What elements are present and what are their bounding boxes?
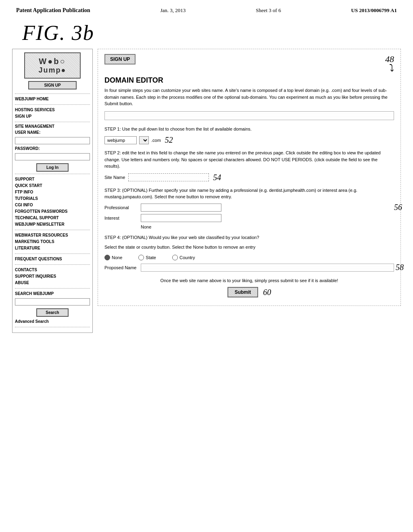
sidebar-item-abuse[interactable]: ABUSE — [15, 280, 90, 286]
fig-label: FIG. 3b — [0, 17, 413, 49]
professional-input[interactable] — [141, 204, 221, 212]
sidebar-item-frequent-questions[interactable]: FREQUENT QUESTIONS — [15, 256, 90, 262]
site-name-label: Site Name — [104, 175, 125, 180]
divider-2 — [15, 104, 90, 105]
log-in-button[interactable]: Log In — [36, 163, 69, 172]
site-name-row: Site Name 54 — [104, 173, 394, 182]
radio-state[interactable]: State — [138, 255, 156, 260]
arrow-48: ⤵ — [385, 64, 394, 72]
sidebar-item-sign-up[interactable]: SIGN UP — [15, 113, 90, 120]
username-input[interactable] — [15, 137, 90, 144]
step3-interest-row: Interest — [104, 214, 394, 222]
radio-country-label: Country — [179, 255, 195, 260]
sidebar-item-forgotten-passwords[interactable]: FORGOTTEN PASSWORDS — [15, 208, 90, 215]
sidebar-item-literature[interactable]: LITERATURE — [15, 245, 90, 251]
divider-4 — [15, 174, 90, 174]
domain-editor-title: DOMAIN EDITOR — [104, 76, 394, 85]
proposed-name-row: Proposed Name 58 — [104, 264, 394, 272]
password-label: PASSWORD: — [15, 145, 90, 152]
sidebar-item-hosting-services[interactable]: HOSTING SERVICES — [15, 107, 90, 113]
radio-none-circle — [104, 255, 110, 260]
main-layout: W●b○ Jump● SIGN UP WEBJUMP HOME HOSTING … — [0, 49, 413, 345]
patent-number: US 2013/0006799 A1 — [351, 7, 397, 14]
signup-area: SIGN UP 48 ⤵ — [104, 54, 394, 72]
content-area: SIGN UP 48 ⤵ DOMAIN EDITOR In four simpl… — [93, 49, 401, 333]
sidebar-item-webmaster-resources[interactable]: WEBMASTER RESOURCES — [15, 232, 90, 239]
sidebar-item-advanced-search[interactable]: Advanced Search — [15, 318, 90, 325]
sidebar-item-quick-start[interactable]: QUICK START — [15, 183, 90, 189]
step4-desc: Select the state or country button. Sele… — [104, 244, 394, 251]
radio-state-label: State — [146, 255, 156, 260]
user-name-label: USER NAME: — [15, 129, 90, 136]
divider-7 — [15, 264, 90, 265]
step4-radio-row: None State Country — [104, 255, 394, 260]
divider-3 — [15, 122, 90, 122]
sidebar-signup-button[interactable]: SIGN UP — [28, 81, 77, 89]
domain-dropdown[interactable]: ▼ — [139, 136, 149, 144]
search-input[interactable] — [15, 298, 90, 305]
patent-header: Patent Application Publication Jan. 3, 2… — [0, 0, 413, 17]
content-signup-button[interactable]: SIGN UP — [104, 54, 136, 64]
divider-6 — [15, 254, 90, 254]
reference-number-60: 60 — [263, 288, 271, 297]
sidebar-item-tutorials[interactable]: TUTORIALS — [15, 195, 90, 202]
reference-number-56: 56 — [394, 203, 402, 212]
submit-description: Once the web site name above is to your … — [104, 277, 394, 284]
publication-title: Patent Application Publication — [16, 7, 90, 14]
search-button[interactable]: Search — [36, 308, 69, 317]
submit-area: Once the web site name above is to your … — [104, 277, 394, 298]
interest-input[interactable] — [141, 214, 221, 222]
step3-none-label: None — [141, 224, 394, 229]
step3-grid: Professional 56 Interest None — [104, 204, 394, 229]
site-name-input[interactable] — [128, 173, 209, 181]
radio-country[interactable]: Country — [172, 255, 195, 260]
divider-8 — [15, 288, 90, 289]
sidebar-item-contacts[interactable]: CONTACTS — [15, 267, 90, 273]
divider-5 — [15, 230, 90, 230]
sidebar-item-support-inquiries[interactable]: SUPPORT INQUIRIES — [15, 273, 90, 280]
sheet-info: Sheet 3 of 6 — [256, 7, 281, 14]
submit-button[interactable]: Submit — [227, 287, 259, 297]
sidebar-item-technical-support[interactable]: TECHNICAL SUPPORT — [15, 215, 90, 221]
radio-none[interactable]: None — [104, 255, 122, 260]
sidebar: W●b○ Jump● SIGN UP WEBJUMP HOME HOSTING … — [12, 49, 93, 333]
full-input-bar[interactable] — [104, 111, 394, 120]
submit-row: Submit 60 — [104, 287, 394, 297]
reference-number-58: 58 — [396, 263, 404, 272]
ref-48-container: 48 ⤵ — [385, 54, 394, 72]
step1-row: ▼ .com 52 — [104, 135, 394, 145]
sidebar-item-ftp-info[interactable]: FTP INFO — [15, 189, 90, 195]
radio-country-circle — [172, 255, 178, 260]
proposed-name-label: Proposed Name — [104, 265, 137, 270]
domain-name-input[interactable] — [104, 136, 137, 144]
publication-date: Jan. 3, 2013 — [160, 7, 186, 14]
content-border: SIGN UP 48 ⤵ DOMAIN EDITOR In four simpl… — [98, 49, 401, 306]
step1-text: STEP 1: Use the pull down list to choose… — [104, 126, 394, 133]
radio-state-circle — [138, 255, 144, 260]
interest-label: Interest — [104, 216, 137, 220]
radio-none-dot — [106, 256, 108, 259]
logo: W●b○ Jump● — [24, 52, 81, 79]
password-input[interactable] — [15, 153, 90, 160]
divider-1 — [15, 94, 90, 94]
proposed-name-input[interactable] — [141, 264, 394, 272]
domain-editor-description: In four simple steps you can customize y… — [104, 87, 394, 107]
step4-text: STEP 4: (OPTIONAL) Would you like your w… — [104, 234, 394, 241]
divider-9 — [15, 327, 90, 327]
sidebar-item-cgi-info[interactable]: CGI INFO — [15, 202, 90, 208]
sidebar-item-search-webjump: SEARCH WEBJUMP — [15, 291, 90, 297]
reference-number-54: 54 — [213, 173, 221, 182]
step3-professional-row: Professional 56 — [104, 204, 394, 212]
step2-text: STEP 2: edit the text in this field to c… — [104, 150, 394, 170]
sidebar-item-marketing-tools[interactable]: MARKETING TOOLS — [15, 239, 90, 245]
domain-extension: .com — [151, 138, 161, 143]
step3-text: STEP 3: (OPTIONAL) Further specify your … — [104, 187, 394, 200]
sidebar-item-webjump-home[interactable]: WEBJUMP HOME — [15, 96, 90, 102]
site-management-title: SITE MANAGEMENT — [15, 124, 90, 129]
sidebar-item-webjump-newsletter[interactable]: WEBJUMP NEWSLETTER — [15, 221, 90, 228]
radio-none-label: None — [112, 255, 122, 260]
professional-label: Professional — [104, 205, 137, 210]
sidebar-item-support[interactable]: SUPPORT — [15, 176, 90, 183]
reference-number-52: 52 — [165, 135, 173, 145]
